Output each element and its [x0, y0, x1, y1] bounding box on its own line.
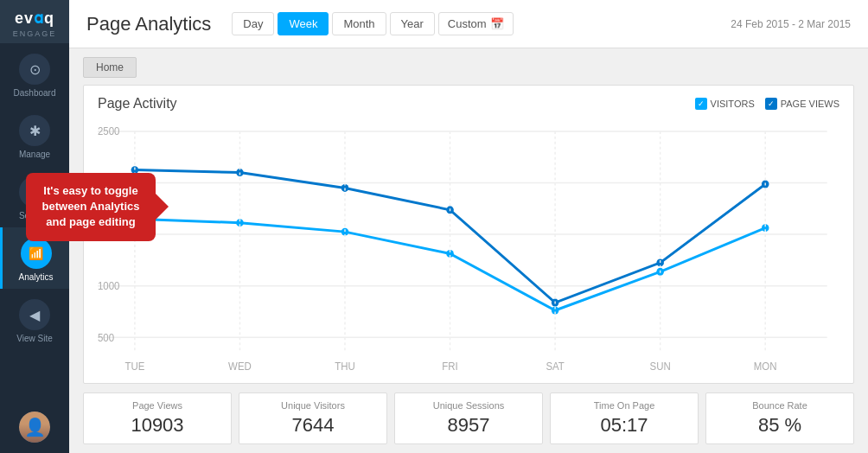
stat-label-bouncerate: Bounce Rate — [715, 400, 845, 411]
sidebar-item-label-dashboard: Dashboard — [14, 88, 56, 98]
stat-label-timeonpage: Time On Page — [559, 400, 689, 411]
stat-value-sessions: 8957 — [404, 414, 533, 437]
chart-section: Page Activity ✓ VISITORS ✓ PAGE VIEWS — [83, 85, 854, 384]
stat-card-pageviews: Page Views 10903 — [83, 392, 232, 444]
avatar[interactable]: 👤 — [19, 412, 50, 443]
chart-title: Page Activity — [98, 96, 177, 112]
header: Page Analytics Day Week Month Year Custo… — [69, 0, 868, 48]
analytics-icon-circle: 📶 — [21, 238, 52, 269]
stat-label-pageviews: Page Views — [93, 400, 222, 411]
breadcrumb: Home — [83, 57, 854, 78]
svg-text:1000: 1000 — [98, 280, 120, 291]
time-btn-custom[interactable]: Custom 📅 — [438, 12, 514, 35]
stat-value-visitors: 7644 — [248, 414, 378, 437]
stat-label-visitors: Unique Visitors — [248, 400, 378, 411]
svg-text:WED: WED — [228, 360, 252, 371]
stat-value-bouncerate: 85 % — [715, 414, 845, 437]
logo-text: evɑq — [15, 9, 54, 28]
calendar-icon: 📅 — [490, 17, 504, 30]
time-btn-week[interactable]: Week — [278, 12, 329, 35]
time-btn-year[interactable]: Year — [390, 12, 435, 35]
sidebar-item-viewsite[interactable]: ◀ View Site — [0, 289, 69, 350]
stat-value-pageviews: 10903 — [93, 414, 222, 437]
viewsite-icon: ◀ — [29, 307, 40, 323]
svg-text:THU: THU — [335, 360, 355, 371]
callout-bubble: It's easy to toggle between Analytics an… — [26, 173, 156, 241]
legend-visitors-label: VISITORS — [711, 99, 755, 109]
svg-text:SUN: SUN — [650, 360, 671, 371]
viewsite-icon-circle: ◀ — [19, 299, 50, 330]
manage-icon-circle: ✱ — [19, 115, 50, 146]
sidebar-item-manage[interactable]: ✱ Manage — [0, 105, 69, 166]
sidebar-item-dashboard[interactable]: ⊙ Dashboard — [0, 43, 69, 105]
legend-pageviews-label: PAGE VIEWS — [781, 99, 839, 109]
stat-card-visitors: Unique Visitors 7644 — [239, 392, 387, 444]
time-nav: Day Week Month Year Custom 📅 — [232, 12, 513, 35]
chart-legend: ✓ VISITORS ✓ PAGE VIEWS — [695, 98, 839, 110]
chart-svg: 2500 2000 1500 1000 500 — [98, 118, 839, 376]
stat-label-sessions: Unique Sessions — [404, 400, 533, 411]
stat-value-timeonpage: 05:17 — [559, 414, 689, 437]
svg-text:MON: MON — [754, 360, 777, 371]
legend-visitors: ✓ VISITORS — [695, 98, 755, 110]
legend-check-pageviews: ✓ — [765, 98, 777, 110]
svg-text:FRI: FRI — [442, 360, 457, 371]
sidebar-item-label-manage: Manage — [19, 150, 50, 159]
stat-card-sessions: Unique Sessions 8957 — [394, 392, 543, 444]
svg-text:TUE: TUE — [124, 360, 144, 371]
svg-text:500: 500 — [98, 332, 115, 343]
sidebar-item-label-viewsite: View Site — [16, 334, 53, 343]
analytics-icon: 📶 — [29, 246, 43, 260]
stats-row: Page Views 10903 Unique Visitors 7644 Un… — [83, 392, 854, 444]
content-area: Home Page Activity ✓ VISITORS ✓ PAGE VIE… — [69, 48, 868, 453]
dashboard-icon-circle: ⊙ — [19, 54, 50, 85]
callout-text: It's easy to toggle between Analytics an… — [42, 184, 140, 228]
stat-card-timeonpage: Time On Page 05:17 — [550, 392, 699, 444]
custom-label: Custom — [448, 17, 487, 30]
legend-pageviews: ✓ PAGE VIEWS — [765, 98, 839, 110]
date-range: 24 Feb 2015 - 2 Mar 2015 — [731, 18, 851, 30]
chart-header: Page Activity ✓ VISITORS ✓ PAGE VIEWS — [98, 96, 839, 112]
svg-text:SAT: SAT — [546, 360, 564, 371]
sidebar-item-label-analytics: Analytics — [18, 272, 53, 282]
chart-container: 2500 2000 1500 1000 500 — [98, 118, 839, 376]
legend-check-visitors: ✓ — [695, 98, 707, 110]
time-btn-day[interactable]: Day — [232, 12, 274, 35]
stat-card-bouncerate: Bounce Rate 85 % — [705, 392, 854, 444]
avatar-face: 👤 — [19, 412, 50, 443]
time-btn-month[interactable]: Month — [332, 12, 386, 35]
sidebar-logo: evɑq ENGAGE — [0, 0, 69, 43]
main-content: Page Analytics Day Week Month Year Custo… — [69, 0, 868, 453]
breadcrumb-home[interactable]: Home — [83, 57, 137, 78]
manage-icon: ✱ — [29, 123, 41, 139]
dashboard-icon: ⊙ — [29, 61, 41, 78]
engage-label: ENGAGE — [13, 29, 57, 38]
page-title: Page Analytics — [86, 13, 211, 35]
svg-text:2500: 2500 — [98, 125, 120, 137]
